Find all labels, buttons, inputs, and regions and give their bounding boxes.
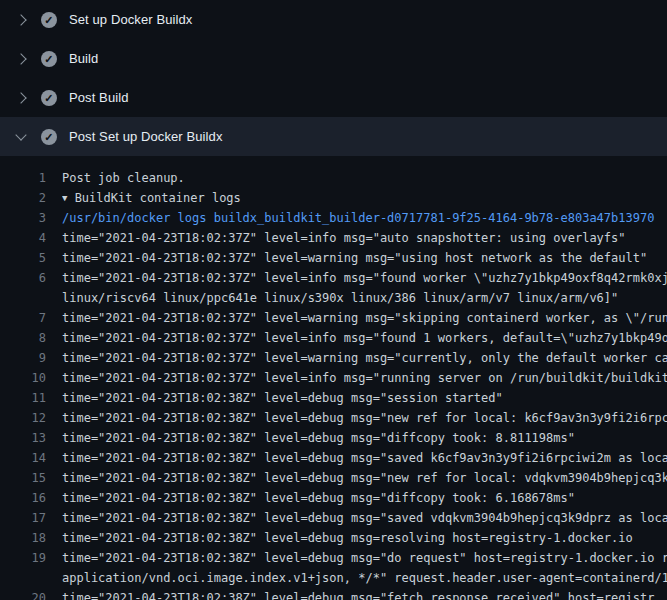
line-number-spacer	[0, 568, 46, 588]
step-label: Post Set up Docker Buildx	[69, 129, 223, 144]
line-number-link[interactable]: 17	[0, 508, 46, 528]
log-line: linux/riscv64 linux/ppc641e linux/s390x …	[0, 288, 667, 308]
log-text: time="2021-04-23T18:02:38Z" level=debug …	[62, 508, 667, 528]
log-text: time="2021-04-23T18:02:37Z" level=warnin…	[62, 308, 667, 328]
log-line: 19time="2021-04-23T18:02:38Z" level=debu…	[0, 548, 667, 568]
log-text: time="2021-04-23T18:02:38Z" level=debug …	[62, 548, 667, 568]
log-text: time="2021-04-23T18:02:38Z" level=debug …	[62, 488, 667, 508]
line-number-link[interactable]: 4	[0, 228, 46, 248]
log-line: 4time="2021-04-23T18:02:37Z" level=info …	[0, 228, 667, 248]
log-line: 2▼ BuildKit container logs	[0, 188, 667, 208]
chevron-down-icon	[15, 129, 26, 140]
line-number-link[interactable]: 16	[0, 488, 46, 508]
line-number-link[interactable]: 18	[0, 528, 46, 548]
line-number-link[interactable]: 7	[0, 308, 46, 328]
log-text: time="2021-04-23T18:02:37Z" level=info m…	[62, 368, 667, 388]
log-group-toggle[interactable]: ▼ BuildKit container logs	[62, 188, 667, 208]
log-text: time="2021-04-23T18:02:37Z" level=warnin…	[62, 348, 667, 368]
log-lines: 1Post job cleanup.2▼ BuildKit container …	[0, 156, 667, 600]
line-number-link[interactable]: 6	[0, 268, 46, 288]
line-number-link[interactable]: 2	[0, 188, 46, 208]
check-circle-icon: ✓	[41, 129, 57, 145]
step-header-post-set-up-docker-buildx[interactable]: ✓Post Set up Docker Buildx	[0, 117, 667, 156]
log-text: time="2021-04-23T18:02:37Z" level=warnin…	[62, 248, 667, 268]
log-line: 3/usr/bin/docker logs buildx_buildkit_bu…	[0, 208, 667, 228]
log-text: time="2021-04-23T18:02:38Z" level=debug …	[62, 528, 667, 548]
line-number-link[interactable]: 13	[0, 428, 46, 448]
line-number-link[interactable]: 12	[0, 408, 46, 428]
log-text: time="2021-04-23T18:02:38Z" level=debug …	[62, 388, 667, 408]
chevron-right-icon	[15, 53, 26, 64]
chevron-right-icon	[15, 14, 26, 25]
log-line: 8time="2021-04-23T18:02:37Z" level=info …	[0, 328, 667, 348]
log-text: time="2021-04-23T18:02:38Z" level=debug …	[62, 408, 667, 428]
collapse-arrow-icon: ▼	[62, 188, 67, 208]
line-number-link[interactable]: 9	[0, 348, 46, 368]
log-text: /usr/bin/docker logs buildx_buildkit_bui…	[62, 208, 667, 228]
log-text: time="2021-04-23T18:02:38Z" level=debug …	[62, 468, 667, 488]
check-circle-icon: ✓	[41, 51, 57, 67]
log-text: time="2021-04-23T18:02:37Z" level=info m…	[62, 268, 667, 288]
step-header-set-up-docker-buildx[interactable]: ✓Set up Docker Buildx	[0, 0, 667, 39]
log-text: application/vnd.oci.image.index.v1+json,…	[62, 568, 667, 588]
log-line: 1Post job cleanup.	[0, 168, 667, 188]
check-circle-icon: ✓	[41, 90, 57, 106]
log-line: 9time="2021-04-23T18:02:37Z" level=warni…	[0, 348, 667, 368]
step-label: Build	[69, 51, 98, 66]
log-text: time="2021-04-23T18:02:38Z" level=debug …	[62, 448, 667, 468]
log-text: time="2021-04-23T18:02:37Z" level=info m…	[62, 228, 667, 248]
log-line: 13time="2021-04-23T18:02:38Z" level=debu…	[0, 428, 667, 448]
line-number-link[interactable]: 3	[0, 208, 46, 228]
log-line: 14time="2021-04-23T18:02:38Z" level=debu…	[0, 448, 667, 468]
line-number-link[interactable]: 20	[0, 588, 46, 600]
line-number-link[interactable]: 1	[0, 168, 46, 188]
steps-list: ✓Set up Docker Buildx✓Build✓Post Build✓P…	[0, 0, 667, 156]
log-line: 7time="2021-04-23T18:02:37Z" level=warni…	[0, 308, 667, 328]
log-line: 17time="2021-04-23T18:02:38Z" level=debu…	[0, 508, 667, 528]
log-line: 20time="2021-04-23T18:02:38Z" level=debu…	[0, 588, 667, 600]
line-number-link[interactable]: 19	[0, 548, 46, 568]
line-number-link[interactable]: 15	[0, 468, 46, 488]
line-number-spacer	[0, 288, 46, 308]
line-number-link[interactable]: 10	[0, 368, 46, 388]
log-line: 6time="2021-04-23T18:02:37Z" level=info …	[0, 268, 667, 288]
log-line: 12time="2021-04-23T18:02:38Z" level=debu…	[0, 408, 667, 428]
step-label: Post Build	[69, 90, 129, 105]
log-line: 15time="2021-04-23T18:02:38Z" level=debu…	[0, 468, 667, 488]
line-number-link[interactable]: 14	[0, 448, 46, 468]
line-number-link[interactable]: 11	[0, 388, 46, 408]
step-header-post-build[interactable]: ✓Post Build	[0, 78, 667, 117]
check-circle-icon: ✓	[41, 12, 57, 28]
step-label: Set up Docker Buildx	[69, 12, 192, 27]
log-text: linux/riscv64 linux/ppc641e linux/s390x …	[62, 288, 667, 308]
log-text: time="2021-04-23T18:02:38Z" level=debug …	[62, 588, 667, 600]
line-number-link[interactable]: 8	[0, 328, 46, 348]
step-header-build[interactable]: ✓Build	[0, 39, 667, 78]
log-line: 10time="2021-04-23T18:02:37Z" level=info…	[0, 368, 667, 388]
log-line: application/vnd.oci.image.index.v1+json,…	[0, 568, 667, 588]
chevron-right-icon	[15, 92, 26, 103]
log-line: 18time="2021-04-23T18:02:38Z" level=debu…	[0, 528, 667, 548]
log-text: time="2021-04-23T18:02:38Z" level=debug …	[62, 428, 667, 448]
log-line: 5time="2021-04-23T18:02:37Z" level=warni…	[0, 248, 667, 268]
log-text: time="2021-04-23T18:02:37Z" level=info m…	[62, 328, 667, 348]
line-number-link[interactable]: 5	[0, 248, 46, 268]
log-line: 16time="2021-04-23T18:02:38Z" level=debu…	[0, 488, 667, 508]
log-line: 11time="2021-04-23T18:02:38Z" level=debu…	[0, 388, 667, 408]
log-text: Post job cleanup.	[62, 168, 667, 188]
